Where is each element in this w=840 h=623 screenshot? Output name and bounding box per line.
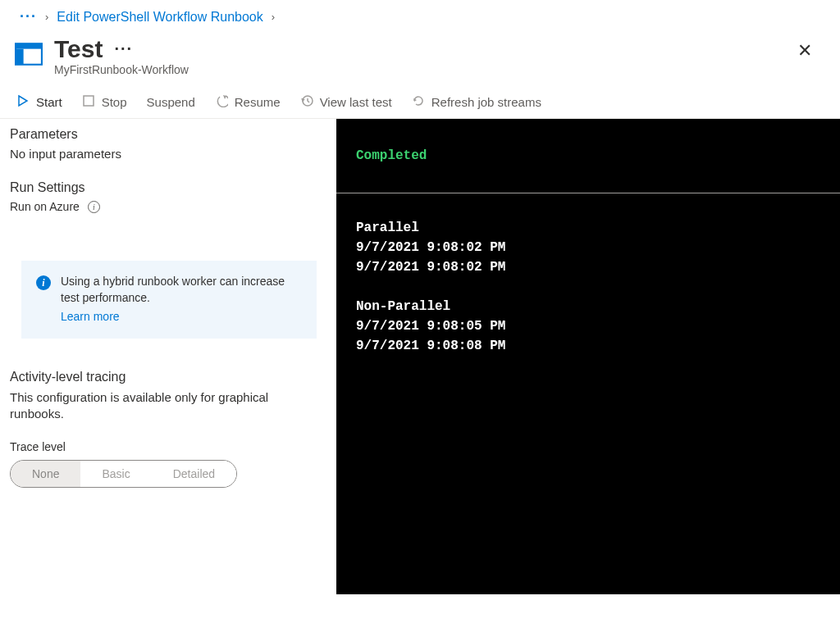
run-settings-heading: Run Settings [10,180,317,195]
run-on-value: Run on Azure [10,200,80,213]
chevron-right-icon: › [272,11,275,23]
stop-icon [82,94,95,110]
history-icon [300,94,313,110]
page-subtitle: MyFirstRunbook-Workflow [54,63,189,76]
toolbar: Start Stop Suspend Resume View last test… [0,88,840,119]
hybrid-worker-info-box: i Using a hybrid runbook worker can incr… [21,261,317,339]
left-panel: Parameters No input parameters Run Setti… [0,119,336,594]
info-icon[interactable]: i [88,201,100,213]
resume-button[interactable]: Resume [215,94,281,110]
svg-rect-3 [84,96,94,106]
info-box-text: Using a hybrid runbook worker can increa… [61,275,285,304]
breadcrumb-overflow[interactable]: ··· [20,8,37,25]
resume-icon [215,94,228,110]
title-block: Test··· MyFirstRunbook-Workflow [54,35,189,76]
refresh-button[interactable]: Refresh job streams [412,94,541,110]
trace-level-none[interactable]: None [11,461,80,487]
view-last-test-button[interactable]: View last test [300,94,392,110]
trace-level-label: Trace level [10,440,317,453]
suspend-button[interactable]: Suspend [147,95,195,109]
svg-rect-1 [16,43,42,48]
breadcrumb: ··· › Edit PowerShell Workflow Runbook › [0,0,840,30]
learn-more-link[interactable]: Learn more [61,309,120,325]
title-more-menu[interactable]: ··· [114,39,133,57]
start-button[interactable]: Start [16,94,62,110]
refresh-icon [412,94,425,110]
title-row: Test··· MyFirstRunbook-Workflow ✕ [0,30,840,88]
trace-level-basic[interactable]: Basic [80,461,151,487]
parameters-text: No input parameters [10,147,317,161]
job-output: Parallel 9/7/2021 9:08:02 PM 9/7/2021 9:… [336,193,840,380]
svg-rect-2 [16,49,24,65]
output-terminal: Completed Parallel 9/7/2021 9:08:02 PM 9… [336,119,840,594]
tracing-description: This configuration is available only for… [10,389,317,423]
content: Parameters No input parameters Run Setti… [0,119,840,594]
trace-level-segmented: None Basic Detailed [10,460,237,488]
runbook-icon [15,40,43,68]
tracing-heading: Activity-level tracing [10,370,317,384]
chevron-right-icon: › [45,11,48,23]
parameters-heading: Parameters [10,127,317,142]
close-button[interactable]: ✕ [789,35,820,66]
breadcrumb-link-edit[interactable]: Edit PowerShell Workflow Runbook [57,10,262,25]
job-status: Completed [336,119,840,193]
play-icon [16,94,30,110]
stop-button[interactable]: Stop [82,94,127,110]
page-title: Test··· [54,35,133,63]
info-icon: i [36,275,51,290]
trace-level-detailed[interactable]: Detailed [152,461,236,487]
